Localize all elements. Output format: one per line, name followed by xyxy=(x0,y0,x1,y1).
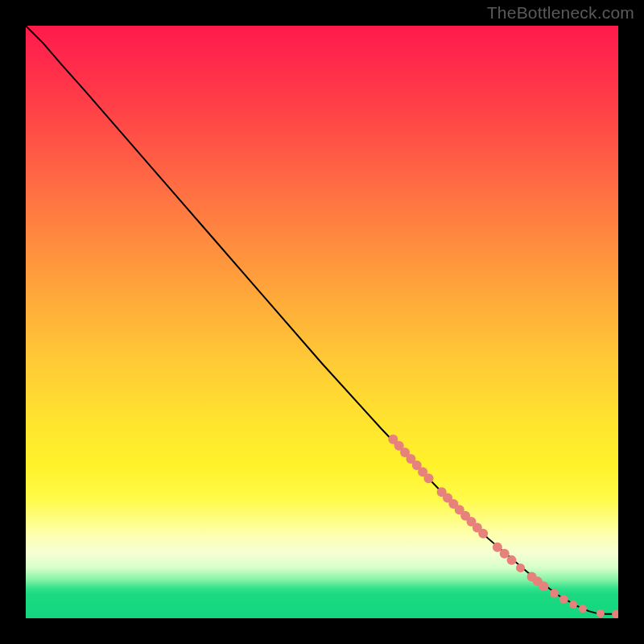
chart-point xyxy=(539,581,548,591)
chart-point xyxy=(423,473,433,483)
chart-svg-overlay xyxy=(26,26,618,618)
chart-point xyxy=(579,605,587,613)
chart-point xyxy=(478,529,488,539)
chart-points-group xyxy=(388,435,618,618)
chart-point xyxy=(612,610,618,618)
chart-point xyxy=(559,595,568,604)
chart-point xyxy=(493,543,502,552)
chart-point xyxy=(507,555,517,565)
chart-point xyxy=(516,564,525,572)
chart-point xyxy=(597,609,605,617)
watermark-text: TheBottleneck.com xyxy=(487,3,634,23)
chart-plot-area xyxy=(26,26,618,618)
chart-point xyxy=(569,601,577,609)
chart-point xyxy=(500,549,510,559)
chart-curve xyxy=(26,26,618,614)
chart-point xyxy=(550,589,559,598)
